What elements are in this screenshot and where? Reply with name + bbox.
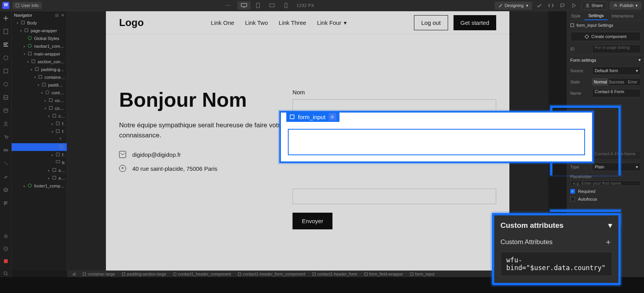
canvas-width-label[interactable]: 1232 PX: [296, 3, 314, 8]
pages-icon[interactable]: [3, 28, 9, 35]
tree-row[interactable]: Global Styles: [12, 35, 67, 42]
tree-toggle-icon[interactable]: ▾: [40, 91, 44, 95]
custom-attributes-title[interactable]: Custom attributes ▾: [500, 221, 612, 230]
autofocus-checkbox[interactable]: [570, 197, 575, 201]
navigator-icon[interactable]: [3, 42, 9, 48]
form-name-input[interactable]: Contact 6 Form: [592, 89, 641, 97]
selected-input-preview[interactable]: [288, 129, 585, 155]
nav-link[interactable]: Link Three: [279, 19, 306, 26]
tree-row[interactable]: ▾main-wrapper: [12, 50, 67, 58]
audit-icon[interactable]: [3, 258, 9, 264]
get-started-button[interactable]: Get started: [454, 15, 496, 30]
tree-row[interactable]: ▸navbar1_component: [12, 42, 67, 50]
create-component-button[interactable]: Create component: [570, 32, 641, 41]
tree-row[interactable]: ▾form: [12, 128, 67, 135]
tree-row[interactable]: Tfo: [12, 135, 67, 143]
placeholder-input[interactable]: e.g. Enter your first name: [570, 180, 641, 186]
tree-toggle-icon[interactable]: ▸: [47, 177, 51, 180]
breadcrumb-item[interactable]: contact1_header_component: [173, 272, 231, 276]
add-attribute-button[interactable]: ＋: [604, 237, 612, 247]
tab-settings[interactable]: Settings: [584, 11, 608, 20]
breadcrumb-item[interactable]: form_input: [410, 272, 435, 276]
comment-icon[interactable]: [558, 1, 567, 10]
element-settings-link[interactable]: form_input Settings: [567, 21, 644, 30]
nav-link-dropdown[interactable]: Link Four▾: [317, 19, 347, 26]
selection-settings-icon[interactable]: [329, 113, 336, 121]
cube-icon[interactable]: [3, 187, 9, 193]
state-success[interactable]: Success: [608, 78, 624, 85]
search-icon[interactable]: [3, 270, 9, 277]
tree-toggle-icon[interactable]: ▾: [29, 68, 33, 71]
field-name-input[interactable]: Contact-6-First-Name: [592, 151, 641, 160]
tree-row[interactable]: ▸form: [12, 120, 67, 128]
id-input[interactable]: For in-page linking: [592, 45, 641, 53]
breakpoint-phone-landscape[interactable]: [265, 1, 279, 10]
tree-row[interactable]: but: [12, 159, 67, 166]
tree-toggle-icon[interactable]: ▾: [50, 130, 54, 133]
submit-button[interactable]: Envoyer: [293, 213, 332, 229]
tree-row[interactable]: ▸error-: [12, 174, 67, 182]
play-icon[interactable]: [570, 1, 579, 10]
tree-row[interactable]: ▾container-large: [12, 73, 67, 81]
styles-icon[interactable]: [3, 81, 9, 87]
breakpoint-tablet[interactable]: [251, 1, 265, 10]
tree-row[interactable]: ▾contact1-h: [12, 89, 67, 97]
custom-attribute-entry[interactable]: wfu-bind="$user.data.country": [500, 252, 612, 276]
code-icon[interactable]: [546, 1, 556, 10]
tree-toggle-icon[interactable]: ▾: [26, 60, 30, 64]
breadcrumb-item[interactable]: contact1-header_form: [312, 272, 357, 276]
finsweet-icon[interactable]: {F: [3, 200, 9, 206]
tree-row[interactable]: ▾padding-sect: [12, 81, 67, 89]
tree-row[interactable]: ▾contact1: [12, 104, 67, 112]
nav-link[interactable]: Link One: [211, 19, 234, 26]
breakpoint-phone[interactable]: [279, 1, 293, 10]
source-select[interactable]: Default form▾: [592, 66, 641, 75]
tree-row[interactable]: ▾section_contact1-he: [12, 58, 67, 66]
autofocus-checkbox-row[interactable]: Autofocus: [567, 195, 644, 203]
tree-row[interactable]: ▸succes: [12, 166, 67, 174]
tree-row[interactable]: ▾page-wrapper: [12, 27, 67, 35]
state-normal[interactable]: Normal: [592, 78, 608, 85]
state-error[interactable]: Error: [625, 78, 641, 85]
logout-button[interactable]: Log out: [414, 15, 448, 30]
tree-toggle-icon[interactable]: ▾: [43, 107, 47, 110]
overflow-menu-button[interactable]: ⋯: [222, 2, 234, 9]
mode-toggle[interactable]: Designing ▾: [495, 2, 532, 10]
tree-row[interactable]: ▸form: [12, 151, 67, 159]
tree-toggle-icon[interactable]: ▾: [23, 52, 26, 56]
tree-toggle-icon[interactable]: ▸: [50, 153, 54, 157]
page-name-pill[interactable]: User Info: [12, 2, 42, 9]
publish-button[interactable]: Publish ▾: [609, 2, 642, 10]
breadcrumb-item[interactable]: form_field-wrapper: [364, 272, 403, 276]
page-logo[interactable]: Logo: [119, 17, 144, 29]
required-checkbox-row[interactable]: Required: [567, 187, 644, 195]
breadcrumb-item[interactable]: padding-section-large: [122, 272, 166, 276]
settings-gear-icon[interactable]: [3, 233, 9, 239]
checkmark-icon[interactable]: [535, 1, 544, 10]
tree-toggle-icon[interactable]: ▸: [47, 169, 51, 172]
brush-icon[interactable]: [3, 173, 9, 180]
components-icon[interactable]: [3, 55, 9, 61]
tree-row[interactable]: ▾padding-global: [12, 66, 67, 73]
tree-row[interactable]: ▾Body: [12, 19, 67, 27]
tree-toggle-icon[interactable]: ▾: [33, 76, 37, 79]
tree-toggle-icon[interactable]: ▸: [23, 184, 26, 188]
form-input-other[interactable]: [293, 189, 496, 204]
tree-row[interactable]: ▸contact1: [12, 97, 67, 104]
navigator-close-icon[interactable]: ✕: [61, 13, 64, 18]
tab-interactions[interactable]: Interactions: [608, 11, 637, 20]
cms-icon[interactable]: [3, 107, 9, 114]
type-select[interactable]: Plain▾: [592, 163, 641, 171]
nav-link[interactable]: Link Two: [245, 19, 268, 26]
add-element-icon[interactable]: [3, 15, 9, 21]
tree-toggle-icon[interactable]: ▾: [19, 29, 23, 33]
breakpoint-desktop[interactable]: [237, 1, 251, 10]
logic-icon[interactable]: [3, 147, 9, 153]
apps-icon[interactable]: [3, 160, 9, 166]
tree-toggle-icon[interactable]: ▸: [23, 45, 26, 48]
form-settings-section[interactable]: Form settings ▾: [567, 55, 644, 65]
assets-icon[interactable]: [3, 94, 9, 101]
navigator-tree[interactable]: ▾Body▾page-wrapperGlobal Styles▸navbar1_…: [12, 19, 67, 190]
tree-toggle-icon[interactable]: ▸: [43, 99, 47, 102]
tree-toggle-icon[interactable]: ▾: [47, 114, 51, 118]
